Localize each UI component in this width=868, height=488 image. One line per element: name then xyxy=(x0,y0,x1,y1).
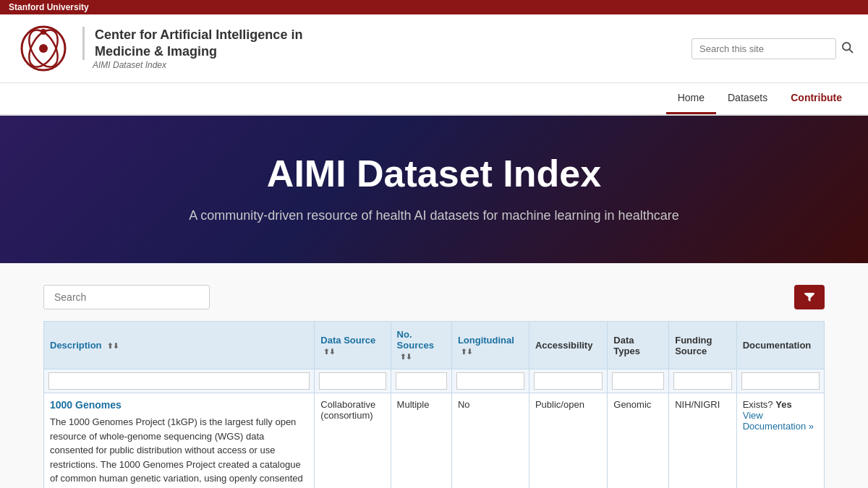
col-description: Description ⬆⬇ xyxy=(44,322,315,369)
header-search-button[interactable] xyxy=(841,40,854,57)
sort-icon-longitudinal: ⬆⬇ xyxy=(461,348,472,356)
svg-line-6 xyxy=(849,49,852,52)
filter-button[interactable] xyxy=(794,285,825,309)
main-content: Description ⬆⬇ Data Source ⬆⬇ No. Source… xyxy=(0,263,868,488)
table-header-row: Description ⬆⬇ Data Source ⬆⬇ No. Source… xyxy=(44,322,825,369)
col-description-link[interactable]: Description xyxy=(50,340,102,351)
col-funding: Funding Source xyxy=(669,322,737,369)
exists-label: Exists? Yes xyxy=(743,399,792,410)
col-longitudinal-link[interactable]: Longitudinal xyxy=(458,335,514,346)
filter-funding-cell xyxy=(669,369,737,393)
cell-data-source: Collaborative (consortium) xyxy=(315,393,391,489)
nav-item-datasets[interactable]: Datasets xyxy=(716,83,779,114)
site-title: Center for Artificial Intelligence in Me… xyxy=(82,27,302,71)
sort-icon-description: ⬆⬇ xyxy=(107,342,119,350)
view-documentation-link[interactable]: View Documentation » xyxy=(743,410,814,432)
filter-funding-input[interactable] xyxy=(673,372,732,390)
exists-yes-value: Yes xyxy=(775,399,791,410)
filter-icon xyxy=(803,291,816,304)
svg-point-3 xyxy=(39,44,48,53)
col-longitudinal: Longitudinal ⬆⬇ xyxy=(451,322,529,369)
filter-numsources-cell xyxy=(391,369,451,393)
col-num-sources: No. Sources ⬆⬇ xyxy=(391,322,451,369)
logo-area: Center for Artificial Intelligence in Me… xyxy=(14,23,302,74)
cell-accessibility: Public/open xyxy=(529,393,607,489)
aimi-logo xyxy=(14,23,72,74)
main-nav: Home Datasets Contribute xyxy=(0,83,868,116)
filter-longitudinal-cell xyxy=(451,369,529,393)
dataset-description-text: The 1000 Genomes Project (1kGP) is the l… xyxy=(50,415,308,488)
filter-datasource-cell xyxy=(315,369,391,393)
svg-point-4 xyxy=(41,29,46,35)
hero-section: AIMI Dataset Index A community-driven re… xyxy=(0,116,868,263)
dataset-name-link[interactable]: 1000 Genomes xyxy=(50,399,122,411)
filter-datatypes-input[interactable] xyxy=(612,372,664,390)
filter-documentation-input[interactable] xyxy=(741,372,820,390)
col-num-sources-link[interactable]: No. Sources xyxy=(397,329,434,351)
cell-longitudinal: No xyxy=(451,393,529,489)
filter-accessibility-cell xyxy=(529,369,607,393)
sort-icon-numsources: ⬆⬇ xyxy=(400,353,412,361)
filter-datatypes-cell xyxy=(608,369,669,393)
stanford-label: Stanford University xyxy=(9,2,89,12)
site-subtitle: AIMI Dataset Index xyxy=(82,60,302,70)
dataset-table: Description ⬆⬇ Data Source ⬆⬇ No. Source… xyxy=(43,321,825,488)
hero-title: AIMI Dataset Index xyxy=(14,152,854,195)
sort-icon-datasource: ⬆⬇ xyxy=(323,348,335,356)
filter-longitudinal-input[interactable] xyxy=(456,372,524,390)
filter-datasource-input[interactable] xyxy=(319,372,386,390)
stanford-bar: Stanford University xyxy=(0,0,868,14)
header-search-input[interactable] xyxy=(692,38,836,59)
search-icon xyxy=(841,40,854,53)
filter-numsources-input[interactable] xyxy=(396,372,447,390)
header: Center for Artificial Intelligence in Me… xyxy=(0,14,868,83)
col-data-source: Data Source ⬆⬇ xyxy=(315,322,391,369)
nav-item-contribute[interactable]: Contribute xyxy=(779,83,854,114)
col-accessibility: Accessibility xyxy=(529,322,607,369)
cell-funding: NIH/NIGRI xyxy=(669,393,737,489)
filter-description-input[interactable] xyxy=(48,372,310,390)
cell-num-sources: Multiple xyxy=(391,393,451,489)
filter-description-cell xyxy=(44,369,315,393)
cell-description: 1000 Genomes The 1000 Genomes Project (1… xyxy=(44,393,315,489)
search-row xyxy=(43,285,825,309)
dataset-search-input[interactable] xyxy=(43,285,210,309)
header-search-area xyxy=(692,38,854,59)
table-row: 1000 Genomes The 1000 Genomes Project (1… xyxy=(44,393,825,489)
table-filter-row xyxy=(44,369,825,393)
col-documentation: Documentation xyxy=(736,322,824,369)
col-data-types: Data Types xyxy=(608,322,669,369)
nav-item-home[interactable]: Home xyxy=(666,83,716,114)
cell-documentation: Exists? Yes View Documentation » xyxy=(736,393,824,489)
site-title-main: Center for Artificial Intelligence in Me… xyxy=(82,27,302,61)
filter-documentation-cell xyxy=(736,369,824,393)
col-data-source-link[interactable]: Data Source xyxy=(320,335,375,346)
hero-subtitle: A community-driven resource of health AI… xyxy=(14,208,854,223)
filter-accessibility-input[interactable] xyxy=(534,372,603,390)
cell-data-types: Genomic xyxy=(608,393,669,489)
